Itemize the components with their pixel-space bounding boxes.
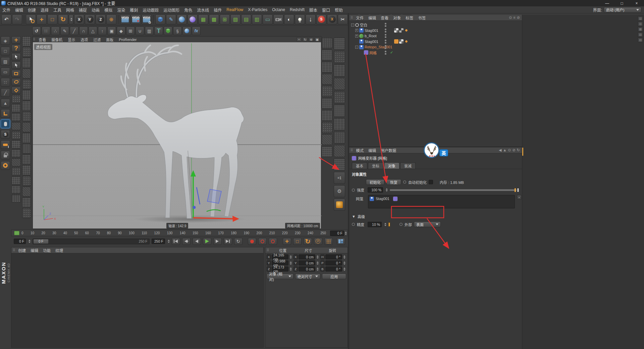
live-selection-tool[interactable] (26, 14, 36, 24)
scale-tool[interactable]: □ (47, 14, 57, 24)
am-menu-userdata[interactable]: 用户数据 (378, 148, 398, 153)
palette-tile-icon[interactable] (11, 167, 21, 176)
om-menu-file[interactable]: 文件 (354, 15, 366, 20)
sky-button[interactable]: ◐ (284, 14, 294, 24)
render-settings-button[interactable]: ⚙ (142, 14, 152, 24)
menu-select[interactable]: 选择 (38, 6, 51, 13)
xparticles-button[interactable]: X (327, 14, 337, 24)
polygon-pen-icon[interactable]: △ (89, 27, 97, 35)
menu-xparticles[interactable]: X-Particles (246, 6, 270, 13)
extrude-icon[interactable]: ↑ (98, 27, 107, 35)
palette-tile-icon[interactable] (22, 197, 31, 207)
rot-h-field[interactable]: 0 ° (325, 254, 342, 259)
maximize-button[interactable]: □ (614, 0, 629, 6)
stepper-icon[interactable] (343, 261, 345, 265)
visibility-dots[interactable] (385, 23, 386, 27)
record-keyframe-button[interactable] (248, 238, 256, 245)
texture-tag-icon[interactable] (399, 39, 404, 44)
advanced-caret-icon[interactable]: ▼ (352, 214, 356, 218)
initialize-button[interactable]: 初始化 (366, 179, 384, 185)
rot-p-field[interactable]: 0 ° (325, 260, 342, 265)
expand-toggle-icon[interactable] (355, 35, 358, 38)
menu-simulate[interactable]: 模拟 (102, 6, 115, 13)
palette-tile-icon[interactable] (11, 122, 21, 130)
spline-icon[interactable]: § (173, 27, 182, 35)
points-icon[interactable]: ∷ (42, 27, 50, 35)
palette-tile-icon[interactable] (22, 58, 31, 68)
rect-select-icon[interactable] (11, 70, 21, 77)
vp-menu-panel[interactable]: 面板 (103, 37, 116, 42)
cursor-icon[interactable] (11, 53, 21, 60)
visibility-dots[interactable] (385, 51, 386, 55)
palette-tile-icon[interactable]: ▦ (638, 27, 643, 32)
tag-icon[interactable] (404, 28, 409, 33)
palette-tile-icon[interactable] (11, 149, 21, 157)
om-menu-object[interactable]: 对象 (391, 15, 403, 20)
expand-toggle-icon[interactable] (355, 29, 358, 32)
palette-tile-icon[interactable] (322, 110, 332, 121)
keyframe-ring-icon[interactable] (403, 181, 406, 184)
palette-tile-icon[interactable] (322, 134, 332, 145)
fx-icon[interactable]: fx (192, 27, 201, 35)
snap-icon[interactable]: S (1, 130, 10, 139)
object-row-selected[interactable]: 网格 ✓ (349, 50, 522, 56)
move-tool[interactable]: + (37, 14, 47, 24)
layout-switch-button[interactable] (337, 238, 345, 245)
palette-tile-icon[interactable] (334, 132, 345, 144)
palette-tile-icon[interactable] (11, 186, 21, 194)
om-menu-edit[interactable]: 编辑 (366, 15, 378, 20)
cage-list-box[interactable]: Stag001 (368, 195, 515, 208)
palette-tile-icon[interactable] (22, 47, 31, 57)
palette-tile-icon[interactable]: ▤ (638, 16, 643, 21)
object-row[interactable]: Stag001 (349, 28, 522, 34)
menu-create[interactable]: 创建 (25, 6, 38, 13)
cloner-button[interactable]: ▤ (241, 14, 251, 24)
loop-button[interactable]: ↻ (234, 238, 243, 245)
record-pla-icon[interactable] (324, 238, 333, 245)
object-row[interactable]: 空白 (349, 22, 522, 28)
palette-tile-icon[interactable]: ▧ (638, 32, 643, 37)
object-label[interactable]: Stag001 (365, 40, 378, 44)
tag-icon[interactable] (404, 39, 409, 44)
palette-tile-icon[interactable] (22, 90, 31, 100)
stepper-icon[interactable] (317, 255, 319, 259)
object-label[interactable]: Stag001 (365, 29, 378, 33)
nav-up-icon[interactable]: ▲ (503, 148, 506, 152)
keyframe-ring-icon[interactable] (352, 189, 355, 192)
menu-file[interactable]: 文件 (0, 6, 13, 13)
substance-button[interactable]: S (316, 14, 326, 24)
zoom-view-icon[interactable]: ⊕ (309, 37, 314, 42)
palette-tile-icon[interactable] (22, 79, 31, 89)
mat-menu-texture[interactable]: 纹理 (53, 248, 65, 253)
menu-edit[interactable]: 编辑 (13, 6, 25, 13)
menu-sculpt[interactable]: 雕刻 (127, 6, 140, 13)
visibility-dots[interactable] (385, 45, 386, 49)
workplane-icon[interactable]: ▭ (1, 67, 10, 76)
size-mode-dropdown[interactable]: 绝对尺寸 (295, 273, 321, 279)
next-frame-button[interactable] (213, 238, 222, 245)
viewport-canvas[interactable]: Y X Z (33, 37, 322, 229)
poly-select-icon[interactable] (11, 87, 21, 94)
menu-animate[interactable]: 动画 (89, 6, 102, 13)
menu-render[interactable]: 渲染 (115, 6, 127, 13)
palette-tile-icon[interactable] (322, 50, 332, 60)
deer-model[interactable] (108, 95, 244, 218)
om-menu-view[interactable]: 查看 (378, 15, 391, 20)
object-row[interactable]: Stag001 (349, 39, 522, 45)
lock-icon[interactable] (1, 151, 10, 159)
primitive-cube-button[interactable] (155, 14, 165, 24)
palette-tile-icon[interactable] (22, 144, 31, 154)
vp-menu-prorender[interactable]: ProRender (116, 38, 139, 42)
palette-tile-icon[interactable] (11, 177, 21, 185)
material-cylinder-icon[interactable] (334, 199, 345, 211)
bevel-icon[interactable]: ◆ (117, 27, 125, 35)
stepper-icon[interactable] (290, 261, 292, 265)
palette-tile-icon[interactable] (322, 98, 332, 109)
boole-button[interactable]: ▩ (209, 14, 219, 24)
connect-button[interactable]: ▥ (252, 14, 262, 24)
strength-field[interactable]: 100 % (368, 187, 383, 193)
menu-tools[interactable]: 工具 (51, 6, 64, 13)
drag-grip-icon[interactable]: ⠿ (13, 248, 15, 252)
menu-mesh[interactable]: 网格 (64, 6, 76, 13)
points-mode-icon[interactable]: ∷ (1, 78, 10, 87)
